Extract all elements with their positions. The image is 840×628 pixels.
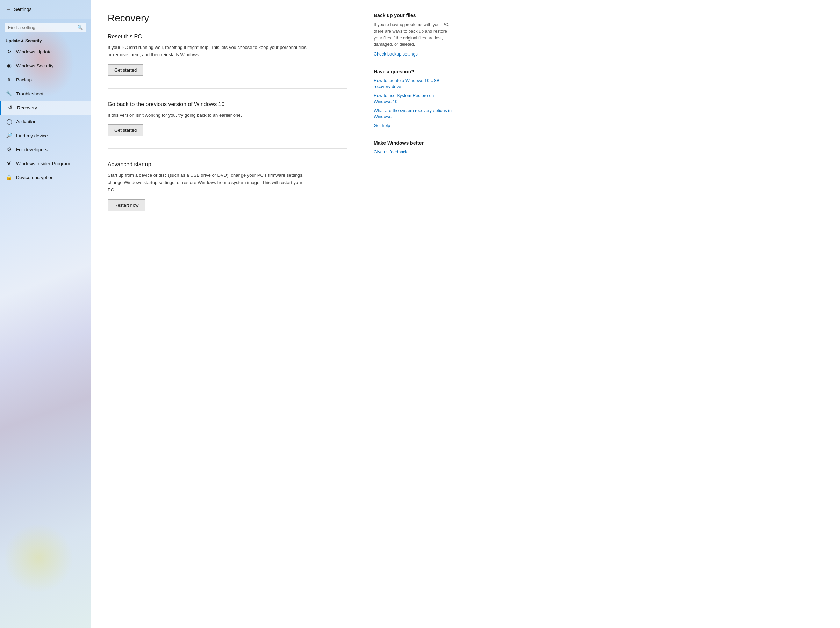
sidebar-item-troubleshoot[interactable]: 🔧Troubleshoot: [0, 87, 91, 101]
sections-container: Reset this PCIf your PC isn't running we…: [108, 33, 347, 223]
sidebar-item-recovery[interactable]: ↺Recovery: [0, 101, 91, 115]
search-icon: 🔍: [77, 25, 83, 30]
windows-security-icon: ◉: [6, 62, 13, 69]
link-usb-recovery[interactable]: How to create a Windows 10 USB recovery …: [374, 78, 452, 90]
rp-section-have-question: Have a question?How to create a Windows …: [374, 69, 452, 129]
section-reset-pc: Reset this PCIf your PC isn't running we…: [108, 33, 347, 89]
rp-section-make-better: Make Windows betterGive us feedback: [374, 140, 452, 156]
link-get-help[interactable]: Get help: [374, 123, 452, 129]
sidebar-item-find-my-device[interactable]: 🔎Find my device: [0, 129, 91, 143]
main-content: Recovery Reset this PCIf your PC isn't r…: [91, 0, 840, 628]
section-desc-reset-pc: If your PC isn't running well, resetting…: [108, 44, 310, 59]
section-title-advanced-startup: Advanced startup: [108, 161, 347, 168]
windows-insider-icon: ❦: [6, 160, 13, 167]
section-desc-advanced-startup: Start up from a device or disc (such as …: [108, 172, 310, 194]
sidebar-label-for-developers: For developers: [16, 147, 47, 152]
sidebar-label-windows-insider: Windows Insider Program: [16, 161, 70, 166]
sidebar-label-windows-security: Windows Security: [16, 63, 54, 68]
sidebar-label-activation: Activation: [16, 119, 37, 124]
sidebar-item-for-developers[interactable]: ⚙For developers: [0, 143, 91, 156]
sidebar-app-title: Settings: [14, 6, 32, 12]
right-panel: Back up your filesIf you're having probl…: [363, 0, 461, 628]
rp-title-have-question: Have a question?: [374, 69, 452, 74]
sidebar-item-windows-insider[interactable]: ❦Windows Insider Program: [0, 156, 91, 170]
search-box-wrap: 🔍: [0, 19, 91, 36]
sidebar-item-windows-security[interactable]: ◉Windows Security: [0, 59, 91, 72]
section-desc-go-back: If this version isn't working for you, t…: [108, 112, 310, 119]
check-backup[interactable]: Check backup settings: [374, 51, 452, 58]
sidebar-label-troubleshoot: Troubleshoot: [16, 91, 43, 96]
sidebar-label-find-my-device: Find my device: [16, 133, 48, 139]
device-encryption-icon: 🔒: [6, 174, 13, 181]
rp-desc-backup-files: If you're having problems with your PC, …: [374, 22, 452, 48]
link-feedback[interactable]: Give us feedback: [374, 149, 452, 156]
sidebar-section-label: Update & Security: [0, 36, 91, 45]
section-advanced-startup: Advanced startupStart up from a device o…: [108, 161, 347, 223]
page-title: Recovery: [108, 13, 347, 24]
search-box: 🔍: [5, 23, 86, 32]
right-panel-container: Back up your filesIf you're having probl…: [374, 13, 452, 156]
sidebar-item-backup[interactable]: ⇧Backup: [0, 72, 91, 87]
section-title-reset-pc: Reset this PC: [108, 33, 347, 40]
troubleshoot-icon: 🔧: [6, 90, 13, 97]
sidebar-label-recovery: Recovery: [17, 105, 37, 110]
section-btn-reset-pc[interactable]: Get started: [108, 64, 143, 76]
sidebar-label-device-encryption: Device encryption: [16, 175, 54, 180]
section-go-back: Go back to the previous version of Windo…: [108, 101, 347, 149]
find-my-device-icon: 🔎: [6, 132, 13, 139]
activation-icon: ◯: [6, 118, 13, 125]
recovery-icon: ↺: [6, 104, 14, 111]
windows-update-icon: ↻: [6, 48, 13, 55]
search-input[interactable]: [8, 25, 77, 30]
sidebar-header: ← Settings: [0, 0, 91, 19]
back-button[interactable]: ←: [6, 5, 14, 14]
link-recovery-options[interactable]: What are the system recovery options in …: [374, 108, 452, 120]
sidebar-label-windows-update: Windows Update: [16, 49, 52, 55]
nav-list: ↻Windows Update◉Windows Security⇧Backup🔧…: [0, 45, 91, 184]
sidebar-item-activation[interactable]: ◯Activation: [0, 115, 91, 129]
section-btn-advanced-startup[interactable]: Restart now: [108, 200, 145, 211]
sidebar-item-device-encryption[interactable]: 🔒Device encryption: [0, 170, 91, 184]
section-btn-go-back[interactable]: Get started: [108, 124, 143, 136]
sidebar-item-windows-update[interactable]: ↻Windows Update: [0, 45, 91, 59]
rp-title-make-better: Make Windows better: [374, 140, 452, 146]
rp-section-backup-files: Back up your filesIf you're having probl…: [374, 13, 452, 58]
back-icon: ←: [6, 6, 11, 13]
section-title-go-back: Go back to the previous version of Windo…: [108, 101, 347, 108]
for-developers-icon: ⚙: [6, 146, 13, 153]
backup-icon: ⇧: [6, 76, 13, 83]
link-system-restore[interactable]: How to use System Restore on Windows 10: [374, 93, 452, 105]
rp-title-backup-files: Back up your files: [374, 13, 452, 18]
sidebar: ← Settings 🔍 Update & Security ↻Windows …: [0, 0, 91, 628]
sidebar-label-backup: Backup: [16, 77, 32, 82]
content-area: Recovery Reset this PCIf your PC isn't r…: [91, 0, 363, 628]
